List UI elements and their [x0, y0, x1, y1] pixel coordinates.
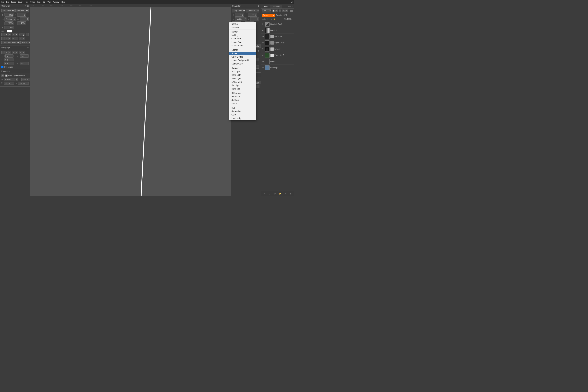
justify-all[interactable]: ≡: [22, 51, 25, 54]
right-add-group-icon[interactable]: 📁: [278, 192, 282, 195]
right-filter-smart-icon[interactable]: ◈: [285, 10, 288, 12]
style-bold[interactable]: T: [2, 33, 4, 36]
glyph-t[interactable]: T: [15, 37, 18, 40]
right-fill-input[interactable]: [287, 18, 293, 20]
right-filter-toggle[interactable]: [290, 10, 293, 12]
menu-item-view[interactable]: View: [48, 1, 51, 3]
right-font-size-input[interactable]: [235, 13, 244, 16]
right-indent-input[interactable]: [20, 54, 29, 58]
blend-linear-dodge[interactable]: Linear Dodge (Add): [229, 58, 256, 62]
right-opacity-input[interactable]: [282, 14, 289, 17]
right-leading-input[interactable]: [248, 13, 257, 16]
paragraph-menu-icon[interactable]: ☰: [27, 47, 29, 48]
blend-dissolve[interactable]: Dissolve: [229, 26, 256, 29]
panel-close-icon[interactable]: ✕: [25, 5, 26, 7]
right-visibility-icon[interactable]: 👁: [262, 42, 264, 44]
right-filter-adjust-icon[interactable]: ◑: [275, 10, 278, 12]
blend-linear-burn[interactable]: Linear Burn: [229, 40, 256, 44]
right-char-header[interactable]: Character ☰: [231, 4, 261, 8]
blend-lighten[interactable]: Lighten: [229, 48, 256, 52]
width-input[interactable]: [4, 78, 15, 81]
right-paths-tab[interactable]: Paths: [287, 5, 294, 8]
go-button[interactable]: GO: [16, 78, 18, 81]
right-lock-all-icon[interactable]: 🔒: [273, 18, 275, 20]
align-right[interactable]: ≡: [8, 51, 12, 54]
right-visibility-icon[interactable]: 👁: [262, 48, 264, 50]
right-layer-item-layer3[interactable]: 👁 T Layer 3: [261, 58, 294, 65]
right-delete-layer-icon[interactable]: 🗑: [289, 192, 292, 195]
blend-color[interactable]: Color: [229, 113, 256, 116]
language-select[interactable]: Dutch: Old Rules: [2, 41, 20, 44]
baseline-input[interactable]: [4, 26, 14, 29]
character-panel-header[interactable]: Character ✕ ☰: [0, 4, 30, 8]
right-kerning-select[interactable]: Metrics: [235, 17, 246, 21]
right-filter-kind-select[interactable]: Kind: [262, 9, 271, 12]
font-size-input[interactable]: [4, 13, 14, 16]
properties-panel-header[interactable]: Properties ☰: [0, 69, 30, 73]
panel-menu-icon[interactable]: ☰: [27, 5, 29, 7]
scale-h-input[interactable]: [17, 22, 26, 25]
blend-hard-light[interactable]: Hard Light: [229, 73, 256, 77]
style-sub[interactable]: T₁: [19, 33, 22, 36]
blend-hard-mix[interactable]: Hard Mix: [229, 87, 256, 90]
right-visibility-icon[interactable]: 👁: [262, 29, 264, 32]
blend-difference[interactable]: Difference: [229, 92, 256, 95]
right-visibility-icon[interactable]: 👁: [262, 36, 264, 38]
style-super[interactable]: T¹: [15, 33, 18, 36]
blend-linear-light[interactable]: Linear Light: [229, 80, 256, 84]
x-input[interactable]: [4, 82, 14, 85]
blend-pin-light[interactable]: Pin Light: [229, 84, 256, 87]
blend-lighter-color[interactable]: Lighter Color: [229, 62, 256, 66]
blend-normal[interactable]: Normal: [229, 22, 256, 26]
font-family-select[interactable]: Stag Sans: [2, 9, 15, 12]
right-visibility-icon[interactable]: 👁: [262, 66, 264, 69]
space-before-input[interactable]: [4, 58, 14, 61]
menu-item-type[interactable]: Type: [24, 1, 28, 3]
blend-screen[interactable]: Screen: [229, 52, 256, 55]
style-italic[interactable]: T: [5, 33, 8, 36]
right-lock-pixels-icon[interactable]: ⬛: [266, 18, 268, 20]
right-layer-item-black-white[interactable]: 👁 Black...ite 2: [261, 34, 294, 40]
kerning-select[interactable]: Metrics: [4, 17, 16, 21]
blend-overlay[interactable]: Overlay: [229, 66, 256, 70]
right-layer-item-photo[interactable]: 👁 Photo...ter 2: [261, 52, 294, 58]
style-smallcaps[interactable]: Tₜ: [12, 33, 15, 36]
justify-center[interactable]: ≡: [15, 51, 18, 54]
glyph-aa[interactable]: aa: [12, 37, 15, 40]
menu-item-3d[interactable]: 3D: [43, 1, 46, 3]
glyph-fi[interactable]: fi: [2, 37, 4, 40]
right-font-family-select[interactable]: Stag Sans: [232, 9, 246, 12]
right-tab-layers[interactable]: Layers: [261, 5, 270, 8]
right-layer-item-levels-1[interactable]: 👁 Levels 1: [261, 27, 294, 34]
glyph-1st[interactable]: 1ˢᵗ: [19, 37, 22, 40]
blend-soft-light[interactable]: Soft Light: [229, 70, 256, 73]
right-filter-shape-icon[interactable]: ◻: [282, 10, 285, 12]
right-char-menu-icon[interactable]: ☰: [258, 5, 259, 7]
right-add-style-icon[interactable]: fx: [263, 192, 266, 195]
blend-vivid-light[interactable]: Vivid Light: [229, 77, 256, 80]
menu-item-image[interactable]: Image: [11, 1, 16, 3]
right-visibility-icon[interactable]: 👁: [262, 54, 264, 56]
right-lock-position-icon[interactable]: ✛: [269, 18, 270, 20]
right-lock-artboard-icon[interactable]: ⚙: [271, 18, 272, 20]
glyph-zero[interactable]: 0: [5, 37, 8, 40]
blend-saturation[interactable]: Saturation: [229, 110, 256, 113]
blend-color-burn[interactable]: Color Burn: [229, 37, 256, 40]
tracking-input[interactable]: [20, 17, 29, 21]
space-after-input[interactable]: [4, 62, 14, 65]
right-paragraph-menu-icon[interactable]: ☰: [258, 50, 259, 52]
left-indent-input[interactable]: [4, 54, 14, 58]
font-style-select[interactable]: Semibold: [16, 9, 29, 12]
menu-item-filter[interactable]: Filter: [37, 1, 41, 3]
glyph-half[interactable]: ½: [22, 37, 25, 40]
right-add-adj-icon[interactable]: ◑: [273, 192, 276, 195]
align-left[interactable]: ≡: [2, 51, 4, 54]
right-new-layer-icon[interactable]: +: [284, 192, 287, 195]
menu-item-window[interactable]: Window: [53, 1, 60, 3]
right-visibility-icon[interactable]: 👁: [262, 60, 264, 63]
anti-alias-select[interactable]: Smooth: [20, 41, 32, 44]
right-filter-type-icon[interactable]: T: [278, 10, 282, 12]
blend-subtract[interactable]: Subtract: [229, 98, 256, 102]
blend-multiply[interactable]: Multiply: [229, 34, 256, 37]
align-center[interactable]: ≡: [5, 51, 8, 54]
